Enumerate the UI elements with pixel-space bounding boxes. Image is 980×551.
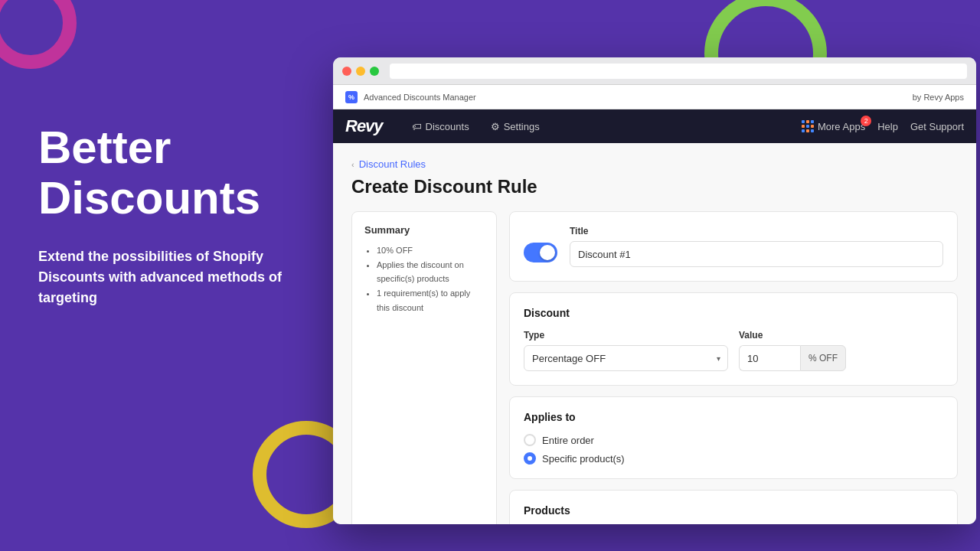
settings-icon: ⚙ (491, 121, 500, 132)
nav-item-discounts[interactable]: 🏷 Discounts (401, 109, 480, 143)
more-apps-label: More Apps (818, 121, 865, 132)
breadcrumb: ‹ Discount Rules (351, 158, 958, 170)
main-content: ‹ Discount Rules Create Discount Rule Su… (333, 143, 976, 524)
applies-to-card: Applies to Entire order Specific product… (509, 396, 958, 479)
page-title: Create Discount Rule (351, 176, 958, 197)
discount-section-title: Discount (524, 307, 943, 319)
by-label: by Revy Apps (913, 93, 964, 102)
nav-right: More Apps 2 Help Get Support (802, 120, 964, 132)
app-icon (345, 91, 358, 103)
radio-entire-label: Entire order (542, 435, 594, 446)
radio-circle-entire (524, 434, 536, 446)
nav-logo[interactable]: Revy (345, 116, 383, 136)
value-input[interactable] (739, 345, 800, 371)
more-apps-button[interactable]: More Apps 2 (802, 120, 865, 132)
app-title: Advanced Discounts Manager (364, 93, 476, 102)
toggle-knob (540, 245, 555, 260)
more-apps-badge: 2 (861, 116, 871, 126)
radio-specific-label: Specific product(s) (542, 453, 625, 465)
discount-row: Type Percentage OFF Fixed Amount OFF ▾ V… (524, 330, 943, 371)
title-field-group: Title (570, 226, 943, 267)
radio-specific-product[interactable]: Specific product(s) (524, 452, 943, 465)
nav-item-settings[interactable]: ⚙ Settings (480, 109, 550, 143)
app-header-left: Advanced Discounts Manager (345, 91, 476, 103)
subtext: Extend the possibilities of Shopify Disc… (38, 246, 314, 308)
breadcrumb-link[interactable]: Discount Rules (359, 158, 426, 170)
products-card: Products Discounted Product (4 selected)… (509, 490, 958, 524)
products-section-title: Products (524, 504, 943, 517)
nav-bar: Revy 🏷 Discounts ⚙ Settings (333, 109, 976, 143)
type-select-wrapper: Percentage OFF Fixed Amount OFF ▾ (524, 345, 728, 371)
grid-icon (802, 120, 814, 132)
form-area: Title Discount Type Percentage OFF (509, 211, 958, 524)
nav-settings-label: Settings (504, 121, 540, 132)
summary-list: 10% OFF Applies the discount on specific… (364, 243, 484, 315)
content-grid: Summary 10% OFF Applies the discount on … (351, 211, 958, 524)
type-select[interactable]: Percentage OFF Fixed Amount OFF (524, 345, 728, 371)
support-button[interactable]: Get Support (910, 121, 964, 132)
value-label: Value (739, 330, 943, 341)
value-field-group: Value % OFF (739, 330, 943, 371)
title-card: Title (509, 211, 958, 282)
decorative-pink-circle (0, 0, 77, 69)
title-input[interactable] (570, 241, 943, 267)
radio-circle-specific (524, 452, 536, 465)
app-header: Advanced Discounts Manager by Revy Apps (333, 85, 976, 109)
nav-discounts-label: Discounts (426, 121, 469, 132)
type-label: Type (524, 330, 728, 341)
maximize-button[interactable] (370, 67, 379, 76)
help-button[interactable]: Help (877, 121, 898, 132)
minimize-button[interactable] (356, 67, 365, 76)
applies-to-title: Applies to (524, 411, 943, 423)
value-field: % OFF (739, 345, 943, 371)
radio-group: Entire order Specific product(s) (524, 434, 943, 465)
title-label: Title (570, 226, 943, 236)
title-section: Title (524, 226, 943, 267)
summary-card: Summary 10% OFF Applies the discount on … (351, 211, 497, 524)
close-button[interactable] (342, 67, 351, 76)
toggle-switch[interactable] (524, 243, 557, 262)
radio-entire-order[interactable]: Entire order (524, 434, 943, 446)
summary-item-1: Applies the discount on specific(s) prod… (377, 258, 484, 286)
browser-window: Advanced Discounts Manager by Revy Apps … (333, 57, 976, 524)
discounts-icon: 🏷 (412, 121, 422, 132)
discount-card: Discount Type Percentage OFF Fixed Amoun… (509, 292, 958, 386)
value-suffix: % OFF (800, 345, 846, 371)
summary-item-0: 10% OFF (377, 243, 484, 258)
type-field: Type Percentage OFF Fixed Amount OFF ▾ (524, 330, 728, 371)
browser-chrome (333, 57, 976, 85)
left-panel: BetterDiscounts Extend the possibilities… (38, 122, 314, 308)
url-bar[interactable] (390, 64, 967, 79)
summary-item-2: 1 requirement(s) to apply this discount (377, 286, 484, 315)
breadcrumb-arrow: ‹ (351, 160, 354, 169)
summary-title: Summary (364, 224, 484, 236)
headline: BetterDiscounts (38, 122, 314, 223)
